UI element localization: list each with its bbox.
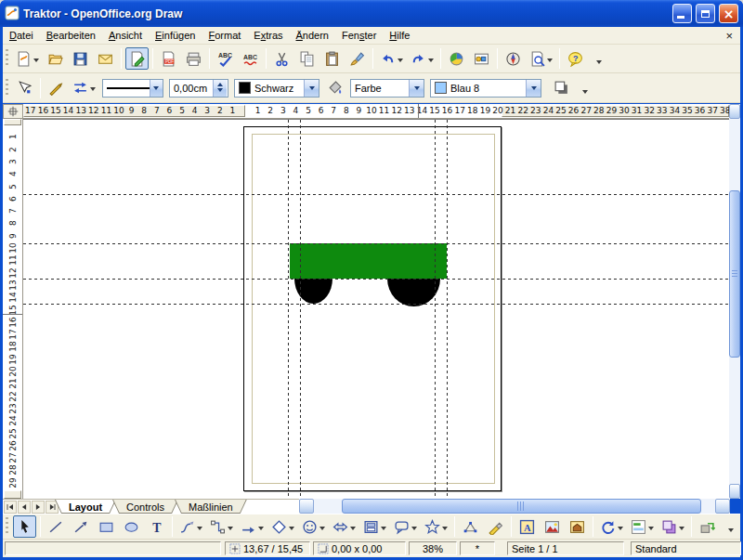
- menu-item-format[interactable]: Format: [202, 29, 247, 42]
- lines-and-arrows-button[interactable]: [238, 515, 267, 538]
- cut-button[interactable]: [270, 47, 293, 70]
- page-style-field[interactable]: Standard: [631, 541, 741, 555]
- toolbar-grip[interactable]: [6, 517, 8, 536]
- maximize-button[interactable]: [696, 4, 715, 23]
- scroll-right-button[interactable]: [715, 499, 730, 514]
- object-size-field[interactable]: 0,00 x 0,00: [313, 541, 406, 555]
- alignment-button[interactable]: [628, 515, 657, 538]
- snap-guide-vertical[interactable]: [300, 120, 301, 499]
- menu-item-einfgen[interactable]: Einfügen: [149, 29, 202, 42]
- tractor-body[interactable]: [290, 243, 447, 279]
- menu-item-datei[interactable]: Datei: [3, 29, 40, 42]
- toolbar-grip[interactable]: [6, 79, 8, 98]
- horizontal-scroll-thumb[interactable]: [342, 499, 701, 514]
- insert-chart-button[interactable]: [445, 47, 468, 70]
- redo-button[interactable]: [408, 47, 437, 70]
- menu-item-ansicht[interactable]: Ansicht: [102, 29, 149, 42]
- print-button[interactable]: [182, 47, 205, 70]
- tab-malinien[interactable]: Maßlinien: [175, 500, 247, 514]
- toolbar-grip[interactable]: [6, 49, 8, 68]
- menu-item-fenster[interactable]: Fenster: [335, 29, 383, 42]
- paste-button[interactable]: [320, 47, 344, 70]
- rectangle-button[interactable]: [95, 515, 118, 538]
- new-button[interactable]: [13, 47, 42, 70]
- snap-guide-horizontal[interactable]: [23, 243, 729, 244]
- line-dialog-button[interactable]: [45, 77, 68, 99]
- previous-page-button[interactable]: [18, 501, 31, 514]
- ellipse-button[interactable]: [120, 515, 143, 538]
- format-paintbrush-button[interactable]: [345, 47, 369, 70]
- callouts-button[interactable]: [391, 515, 420, 538]
- tab-controls[interactable]: Controls: [112, 500, 178, 514]
- edit-points-mode-button[interactable]: [13, 77, 36, 99]
- snap-guide-horizontal[interactable]: [23, 304, 729, 305]
- tab-layout[interactable]: Layout: [55, 500, 116, 514]
- arrow-style-button[interactable]: [70, 77, 98, 99]
- dropdown-arrow-icon[interactable]: [409, 80, 424, 97]
- flowchart-button[interactable]: [360, 515, 389, 538]
- basic-shapes-button[interactable]: [268, 515, 297, 538]
- arrange-button[interactable]: [658, 515, 687, 538]
- insert-picture-button[interactable]: [541, 515, 564, 538]
- help-button[interactable]: ?: [564, 47, 587, 70]
- stars-button[interactable]: [422, 515, 450, 538]
- snap-guide-vertical[interactable]: [288, 120, 289, 499]
- block-arrows-button[interactable]: [330, 515, 358, 538]
- curve-button[interactable]: [176, 515, 205, 538]
- close-button[interactable]: ×: [719, 4, 738, 23]
- next-page-button[interactable]: [32, 501, 45, 514]
- document-as-email-button[interactable]: [94, 47, 117, 70]
- dropdown-arrow-icon[interactable]: [150, 80, 163, 97]
- select-button[interactable]: [13, 515, 36, 538]
- zoom-button[interactable]: [527, 47, 555, 70]
- cursor-position-field[interactable]: 13,67 / 15,45: [225, 541, 310, 555]
- scroll-left-button[interactable]: [299, 499, 314, 514]
- connector-button[interactable]: [207, 515, 236, 538]
- first-page-button[interactable]: [4, 501, 17, 514]
- navigator-button[interactable]: [502, 47, 525, 70]
- dropdown-arrow-icon[interactable]: [526, 80, 541, 97]
- edit-file-button[interactable]: [125, 47, 149, 70]
- vertical-scroll-thumb[interactable]: [729, 190, 740, 358]
- menu-item-extras[interactable]: Extras: [247, 29, 289, 42]
- vertical-ruler[interactable]: 1234567891011121314151617181920212223242…: [3, 119, 23, 499]
- menu-item-ndern[interactable]: Ändern: [290, 29, 335, 42]
- fill-color-select[interactable]: Blau 8: [430, 79, 541, 98]
- glue-points-button[interactable]: [484, 515, 507, 538]
- toolbar-options-button[interactable]: [577, 76, 591, 100]
- zoom-field[interactable]: 38%: [409, 541, 457, 555]
- shadow-button[interactable]: [550, 77, 573, 99]
- fill-dialog-button[interactable]: [323, 77, 346, 99]
- export-pdf-button[interactable]: PDF: [157, 47, 180, 70]
- spin-buttons[interactable]: [213, 80, 227, 97]
- symbol-shapes-button[interactable]: [299, 515, 328, 538]
- gallery-button[interactable]: [566, 515, 589, 538]
- toolbar-options-button[interactable]: [723, 514, 736, 539]
- undo-button[interactable]: [377, 47, 406, 70]
- spellcheck-button[interactable]: ABC: [214, 47, 237, 70]
- ruler-origin-button[interactable]: [3, 104, 23, 119]
- horizontal-ruler[interactable]: 1817161514131211109876543211234567891011…: [23, 104, 729, 119]
- line-style-select[interactable]: [102, 79, 163, 98]
- page-number-field[interactable]: Seite 1 / 1: [507, 541, 624, 555]
- snap-guide-vertical[interactable]: [447, 120, 448, 499]
- line-ends-with-arrow-button[interactable]: [70, 515, 93, 538]
- fill-style-select[interactable]: Farbe: [350, 79, 424, 98]
- interaction-button[interactable]: [696, 515, 719, 538]
- vertical-scrollbar[interactable]: [729, 104, 740, 499]
- auto-spellcheck-button[interactable]: ABC: [239, 47, 262, 70]
- edit-points-button[interactable]: [459, 515, 482, 538]
- fontwork-gallery-button[interactable]: A: [515, 515, 539, 538]
- snap-guide-vertical[interactable]: [435, 120, 436, 499]
- line-width-spinner[interactable]: 0,00cm: [169, 79, 228, 98]
- display-functions-button[interactable]: [470, 47, 493, 70]
- line-color-select[interactable]: Schwarz: [234, 79, 319, 98]
- menu-item-hilfe[interactable]: Hilfe: [383, 29, 416, 42]
- text-button[interactable]: T: [145, 515, 168, 538]
- line-button[interactable]: [45, 515, 68, 538]
- toolbar-options-button[interactable]: [591, 46, 605, 71]
- minimize-button[interactable]: [672, 4, 692, 23]
- save-button[interactable]: [69, 47, 92, 70]
- snap-guide-horizontal[interactable]: [23, 279, 729, 280]
- menu-item-bearbeiten[interactable]: Bearbeiten: [40, 29, 102, 42]
